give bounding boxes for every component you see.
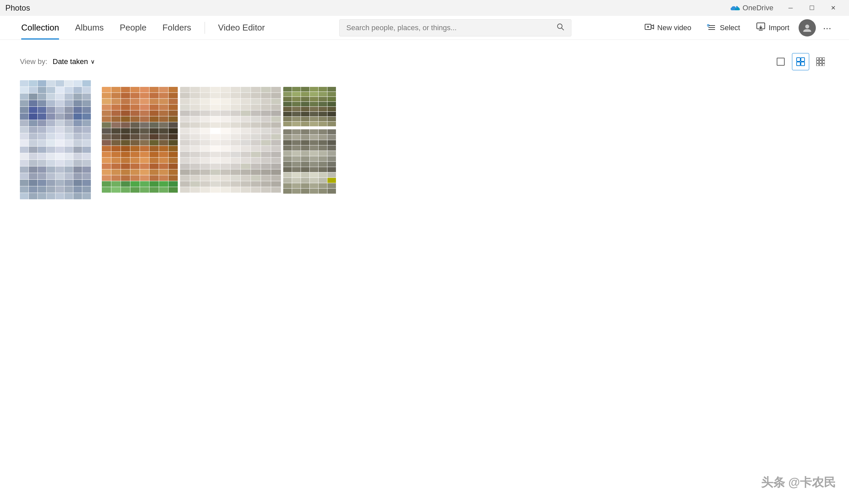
tab-collection[interactable]: Collection	[13, 16, 67, 39]
photo-thumbnail-4a[interactable]	[283, 87, 336, 127]
photo-thumbnail-1[interactable]	[20, 80, 91, 200]
chevron-down-icon: ∨	[91, 58, 95, 65]
app-title: Photos	[5, 3, 730, 13]
new-video-icon	[645, 22, 654, 33]
svg-rect-18	[823, 58, 825, 60]
view-by-control: View by: Date taken ∨	[20, 57, 95, 66]
onedrive-label: OneDrive	[743, 4, 773, 12]
view-mode-medium[interactable]	[792, 53, 809, 70]
photo-group-4	[283, 87, 336, 194]
search-box	[339, 19, 572, 36]
tab-people[interactable]: People	[112, 16, 155, 39]
svg-rect-19	[816, 61, 819, 63]
small-view-icon	[816, 57, 825, 66]
svg-rect-11	[777, 58, 784, 65]
select-label: Select	[720, 23, 740, 32]
view-by-value: Date taken	[53, 57, 88, 66]
nav-tabs: Collection Albums People Folders Video E…	[13, 16, 273, 39]
svg-rect-12	[797, 58, 800, 61]
svg-rect-22	[816, 64, 819, 66]
single-view-icon	[776, 57, 785, 66]
maximize-button[interactable]: ☐	[801, 0, 823, 16]
svg-point-10	[805, 24, 809, 29]
nav-bar: Collection Albums People Folders Video E…	[0, 16, 849, 40]
onedrive-area[interactable]: OneDrive	[730, 4, 773, 12]
svg-rect-17	[819, 58, 822, 60]
svg-rect-21	[823, 61, 825, 63]
view-bar: View by: Date taken ∨	[20, 53, 829, 70]
nav-divider	[205, 22, 205, 34]
view-mode-buttons	[772, 53, 829, 70]
svg-line-1	[561, 28, 564, 30]
svg-point-0	[558, 24, 562, 29]
svg-rect-15	[801, 62, 805, 66]
svg-rect-24	[823, 64, 825, 66]
onedrive-icon	[730, 5, 740, 11]
search-button[interactable]	[557, 23, 564, 33]
main-content: View by: Date taken ∨	[0, 40, 849, 213]
photo-thumbnail-4b[interactable]	[283, 129, 336, 194]
tab-albums[interactable]: Albums	[67, 16, 112, 39]
search-area	[273, 19, 638, 36]
svg-rect-23	[819, 64, 822, 66]
tab-video-editor[interactable]: Video Editor	[210, 16, 273, 39]
more-options-button[interactable]: ···	[818, 19, 836, 36]
view-by-label: View by:	[20, 57, 48, 66]
watermark: 头条 @卡农民	[761, 474, 836, 491]
svg-rect-16	[816, 58, 819, 60]
search-input[interactable]	[346, 23, 557, 32]
photo-thumbnail-3[interactable]	[180, 87, 281, 193]
import-label: Import	[769, 23, 789, 32]
right-toolbar: New video Select Import	[638, 19, 836, 36]
import-button[interactable]: Import	[749, 19, 796, 36]
svg-rect-14	[797, 62, 800, 66]
window-controls: ─ ☐ ✕	[780, 0, 844, 16]
new-video-button[interactable]: New video	[638, 19, 698, 36]
import-icon	[756, 22, 765, 33]
svg-rect-20	[819, 61, 822, 63]
medium-view-icon	[796, 57, 805, 66]
view-mode-small[interactable]	[812, 53, 829, 70]
svg-rect-13	[801, 58, 805, 61]
select-button[interactable]: Select	[700, 19, 746, 36]
photo-grid	[20, 80, 829, 200]
title-bar: Photos OneDrive ─ ☐ ✕	[0, 0, 849, 16]
avatar[interactable]	[799, 19, 816, 36]
tab-folders[interactable]: Folders	[155, 16, 199, 39]
search-icon	[557, 23, 564, 31]
view-mode-single[interactable]	[772, 53, 789, 70]
photo-thumbnail-2[interactable]	[102, 87, 178, 193]
svg-rect-8	[707, 24, 709, 26]
title-bar-controls: OneDrive ─ ☐ ✕	[730, 0, 844, 16]
new-video-label: New video	[657, 23, 691, 32]
view-by-dropdown[interactable]: Date taken ∨	[53, 57, 95, 66]
minimize-button[interactable]: ─	[780, 0, 801, 16]
select-icon	[707, 22, 716, 33]
close-button[interactable]: ✕	[823, 0, 844, 16]
